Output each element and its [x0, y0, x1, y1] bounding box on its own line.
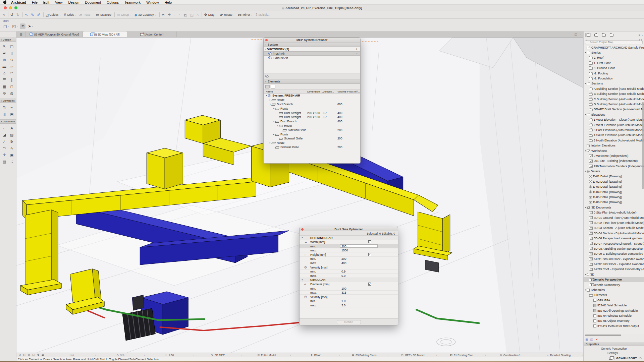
navigator-item[interactable]: ▾ Elevations [584, 112, 644, 117]
curtain-wall-tool[interactable]: ▦ [1, 83, 8, 90]
layer-control[interactable]: ◇ N/A › [96, 354, 145, 357]
navigator-item[interactable]: IES-02 All Openings Schedule [584, 308, 644, 313]
section-tool[interactable]: ⇅ [1, 104, 8, 111]
object-tool[interactable]: ⊚ [1, 90, 8, 97]
elevation-tool[interactable]: ⌐ [8, 104, 15, 111]
figure-tool[interactable]: ▣ [8, 152, 15, 158]
add-remove-button[interactable]: + [356, 48, 358, 51]
chevron-right-icon[interactable]: › [642, 34, 643, 37]
parameter-value[interactable]: 1500 [341, 249, 348, 252]
navigator-item[interactable]: D-01 Detail (Drawing) [584, 174, 644, 179]
interior-elevation-tool[interactable]: ◫ [1, 111, 8, 117]
mep-element-row[interactable]: ▸ Route [264, 98, 360, 102]
velocity2-param[interactable]: ▼ ◷ Velocity [m/s] ✓ [300, 295, 398, 299]
mirror-button[interactable]: ⋈ Mirror ⌄ [238, 13, 253, 17]
apple-menu-icon[interactable] [3, 1, 6, 4]
menu-item[interactable]: File [32, 0, 38, 4]
tab-action-center[interactable]: [Action Center] [127, 32, 177, 37]
navigator-item[interactable]: 3D-06 Perspective Linework garden (A [584, 236, 644, 241]
structure-display-control[interactable]: ⊞ Entire Model › [242, 354, 291, 357]
toolbox-section-viewpoint[interactable]: ▾Viewpoint [0, 99, 16, 103]
diameter-param[interactable]: ▼ ⌀ Diameter [mm] ✓ [300, 282, 398, 287]
quick-views-icon[interactable]: ◫ [575, 33, 578, 36]
width-min[interactable]: ▼ min. 200 ✓ [300, 244, 398, 248]
mep-browser-title-bar[interactable]: MEP System Browser [264, 38, 360, 42]
navigator-item[interactable]: 3D-02 First Floor (Auto-rebuild Model) [584, 220, 644, 225]
measure-button[interactable]: ▭ Measure ⌄ [96, 13, 111, 17]
horizontal-scrollbar[interactable] [584, 334, 644, 337]
checkbox[interactable]: ✓ [368, 283, 371, 286]
navigator-item[interactable]: IES-05 Object Inventory [584, 318, 644, 323]
navigator-item[interactable]: AXO2 First Floor - exploded axonometr [584, 261, 644, 266]
vertical-scrollbar[interactable] [642, 102, 644, 189]
point-cloud-tool[interactable]: ∷ [8, 158, 15, 165]
selection-options-button[interactable]: ◱ › [11, 23, 19, 29]
resize-elements-button[interactable]: ◳ ⌄ [190, 13, 193, 17]
guides-button[interactable]: ◿ Guides ⌄ [46, 13, 61, 17]
dimension-tool[interactable]: ↔ [1, 125, 8, 131]
qfit-icon[interactable]: ◱ [32, 353, 35, 357]
height-min[interactable]: ▼ min. 200 ✓ [300, 257, 398, 261]
navigator-item[interactable]: ▾ Details [584, 169, 644, 174]
navigator-item[interactable]: ▾ 3D Documents [584, 205, 644, 210]
navigator-item[interactable]: 5 North Elevation (Auto-rebuild Model) [584, 138, 644, 143]
navigator-item[interactable]: A Building Section (Auto-rebuild Model [584, 86, 644, 91]
mep-element-row[interactable]: Duct Straight 200 x 150 3.7 400 [264, 111, 360, 115]
settings-button[interactable]: Settings... [584, 351, 644, 355]
navigator-item[interactable]: D-02 Detail (Drawing) [584, 179, 644, 184]
organizer-icon[interactable] [609, 357, 612, 360]
hotspot-tool[interactable]: ✛ [1, 152, 8, 158]
hamburger-menu-icon[interactable]: ≡ [639, 34, 640, 37]
column-velocity[interactable]: Velocity... [323, 90, 337, 93]
door-tool[interactable]: ▯ [8, 50, 15, 56]
toolbar-button[interactable]: ⌄ [22, 12, 23, 17]
modify-roof-button[interactable]: ⌂ ⌄ [197, 13, 199, 17]
layer-combination-control[interactable]: ▣ 03 Building Plans › [340, 354, 388, 357]
parameter-value[interactable]: 0.9 [341, 270, 345, 273]
menu-item[interactable]: Design [68, 0, 79, 4]
shell-tool[interactable]: ◠ [8, 70, 15, 76]
navigator-item[interactable]: GFA GFA [584, 298, 644, 303]
parameter-value[interactable]: 100 [341, 287, 346, 290]
trace-button[interactable]: ▱ Trace ⌄ [79, 13, 93, 17]
optimizer-row[interactable]: ▼ CIRCULAR ✓ [300, 278, 398, 282]
text-tool[interactable]: A [8, 125, 15, 131]
project-map-tab[interactable] [585, 33, 591, 37]
navigator-item[interactable]: 3D-01 Ground Floor (Auto-rebuild Mod [584, 215, 644, 220]
scale-control[interactable]: ▭ 1:50 › [145, 354, 194, 357]
menu-item[interactable]: Options [107, 0, 119, 4]
navigator-item[interactable]: 1. First Floor [584, 60, 644, 65]
publisher-sets-tab[interactable] [608, 33, 614, 37]
menu-item[interactable]: Window [146, 0, 159, 4]
line-tool[interactable]: ∕ [1, 138, 8, 145]
navigator-item[interactable]: -2. Foundation [584, 76, 644, 81]
mep-element-row[interactable]: ▸ Route [264, 141, 360, 145]
orbit-button[interactable]: ⟲ › [20, 23, 25, 29]
undo-button[interactable]: ↺ ⌄ [10, 13, 13, 17]
parameter-value[interactable]: 200 [341, 245, 346, 248]
mep-element-row[interactable]: ▸ Route [264, 124, 360, 128]
navigator-item[interactable]: B Building Section (Auto-rebuild Model [584, 92, 644, 97]
navigator-item[interactable]: Generic Perspective [584, 277, 644, 282]
camera-tool[interactable]: ▣ [8, 111, 15, 117]
optimizer-title-bar[interactable]: Duct Size Optimizer [300, 227, 398, 231]
layout-book-tab[interactable] [601, 33, 607, 37]
search-filter-icon[interactable] [639, 39, 642, 41]
home-button[interactable]: ⌂ ⌄ [3, 13, 5, 17]
menu-item[interactable]: View [55, 0, 63, 4]
navigator-item[interactable]: ▾ Stories [584, 50, 644, 55]
trim-button[interactable]: ⌐ ⌄ [174, 13, 176, 17]
drawing-tool[interactable]: ▤ [1, 158, 8, 165]
renovation-filter-control[interactable]: ◧ 01 Existing Plan › [437, 354, 486, 357]
navigator-item[interactable]: Generic Axonometry [584, 282, 644, 287]
resize-button[interactable]: Resize [337, 320, 361, 324]
tab-3d-view[interactable]: (!) 3D View [3D / All] [83, 32, 127, 37]
wall-tool[interactable]: ▰ [1, 50, 8, 56]
toolbar-button[interactable]: ⌄ [43, 12, 44, 17]
view-map-tab[interactable] [593, 33, 599, 37]
navigator-item[interactable]: C Building Section (Auto-rebuild Model [584, 97, 644, 102]
navigator-item[interactable]: ▾ 3D [584, 272, 644, 277]
mep-element-row[interactable]: ▾ Duct Branch 400 [264, 119, 360, 124]
3d-cutaway-button[interactable]: ◆ 3D Cutaway ⌄ [135, 13, 156, 17]
mep-element-row[interactable]: Sidewall Grille 200 [264, 128, 360, 132]
